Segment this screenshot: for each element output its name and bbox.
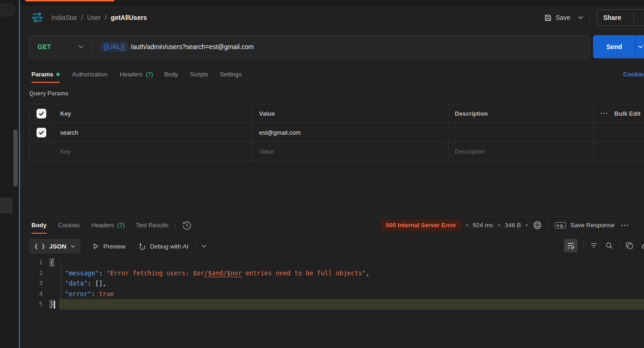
request-title[interactable]: getAllUsers: [111, 14, 147, 21]
chevron-down-icon: [638, 45, 643, 49]
tab-settings[interactable]: Settings: [220, 66, 242, 83]
request-tabs: Params Authorization Headers (7) Body Sc…: [20, 66, 644, 83]
more-options-icon[interactable]: [601, 112, 608, 115]
param-description-input[interactable]: [448, 123, 594, 142]
request-header: HTTP IndiaStat / User / getAllUsers: [20, 7, 644, 28]
select-all-checkbox[interactable]: [37, 109, 46, 118]
response-tab-headers[interactable]: Headers (7): [91, 217, 124, 234]
tab-body-label: Body: [164, 71, 178, 78]
response-tabs-divider: [175, 221, 175, 230]
save-response-button[interactable]: Save Response: [570, 222, 614, 229]
share-button[interactable]: Share: [597, 9, 644, 26]
preview-button[interactable]: Preview: [93, 243, 125, 250]
tab-scripts[interactable]: Scripts: [190, 66, 209, 83]
tab-headers[interactable]: Headers (7): [120, 66, 153, 83]
param-value-input-placeholder[interactable]: Value: [253, 142, 448, 161]
param-value-input[interactable]: est@gmail.com: [253, 123, 448, 142]
response-body-toolbar: { } JSON Preview Debug with AI: [20, 238, 644, 254]
table-row: search est@gmail.com: [30, 123, 644, 142]
method-selector[interactable]: GET: [37, 43, 51, 50]
line-number: 1: [20, 257, 50, 268]
params-modified-dot: [56, 73, 60, 76]
bulk-edit-button[interactable]: Bulk Edit: [614, 110, 640, 117]
cookies-link[interactable]: Cookies: [623, 66, 644, 83]
network-info-button[interactable]: [533, 220, 542, 230]
wrap-text-button[interactable]: [564, 239, 577, 252]
text-cursor: [54, 301, 55, 309]
sidebar-scrollbar[interactable]: [13, 130, 18, 186]
svg-text:HTTP: HTTP: [32, 16, 43, 20]
breadcrumb: IndiaStat / User / getAllUsers: [51, 14, 147, 21]
meta-separator-dot: [526, 224, 528, 226]
tab-body[interactable]: Body: [164, 66, 178, 83]
format-selector[interactable]: { } JSON: [29, 239, 80, 254]
send-options-button[interactable]: [638, 45, 643, 49]
sidebar-partial-item: [0, 198, 12, 213]
tab-active-underline: [31, 82, 60, 83]
debug-with-ai-button[interactable]: Debug with AI: [138, 242, 188, 250]
toolbar-divider: [195, 242, 195, 250]
response-tab-test-results[interactable]: Test Results: [136, 217, 169, 234]
sidebar-partial-widget: [0, 4, 15, 16]
status-badge[interactable]: 500 Internal Server Error: [381, 219, 461, 231]
headers-count: (7): [146, 71, 153, 78]
response-size[interactable]: 346 B: [505, 222, 521, 229]
column-header-key: Key: [54, 104, 253, 123]
send-button-group: Send: [593, 35, 644, 58]
url-variable-chip[interactable]: {{URL}}: [101, 42, 128, 51]
row-checkbox[interactable]: [37, 128, 46, 137]
url-input[interactable]: {{URL}} /auth/admin/users?search=est@gma…: [101, 42, 254, 51]
toolbar-more-button[interactable]: [201, 244, 207, 248]
chevron-down-icon: [70, 245, 75, 248]
link-button[interactable]: [641, 242, 644, 249]
send-divider: [635, 35, 636, 58]
response-header: Body Cookies Headers (7) Test Results: [20, 216, 644, 234]
save-button[interactable]: Save: [544, 14, 570, 22]
copy-button[interactable]: [625, 242, 633, 249]
query-params-table: Key Value Description Bulk Edit search e…: [29, 104, 644, 162]
matching-brace: {: [50, 259, 54, 266]
json-value: [],: [95, 280, 106, 287]
line-number: 2: [20, 268, 50, 279]
param-key-input[interactable]: search: [54, 123, 253, 142]
column-header-value: Value: [253, 104, 448, 123]
example-icon: e.g.: [555, 222, 566, 229]
tab-params[interactable]: Params: [31, 66, 60, 83]
matching-brace: }: [50, 300, 54, 308]
filter-button[interactable]: [590, 242, 598, 249]
response-tab-cookies[interactable]: Cookies: [58, 217, 80, 234]
meta-divider: [548, 221, 549, 230]
search-icon: [605, 242, 613, 249]
history-button[interactable]: [182, 220, 192, 230]
response-more-options-button[interactable]: [621, 224, 628, 227]
globe-icon: [533, 220, 542, 230]
send-button[interactable]: Send: [593, 43, 635, 50]
breadcrumb-collection[interactable]: IndiaStat: [51, 14, 77, 21]
controls-divider: [619, 242, 619, 250]
json-string-underlined: /$and/$nor: [204, 269, 242, 277]
response-body-editor[interactable]: 1 { 2 "message": "Error fetching users: …: [20, 257, 644, 348]
row-check-cell: [30, 142, 54, 161]
history-clock-icon: [182, 220, 192, 230]
tab-authorization[interactable]: Authorization: [72, 66, 107, 83]
response-tab-body[interactable]: Body: [31, 217, 47, 234]
chevron-down-icon: [201, 244, 207, 248]
method-chevron-icon[interactable]: [78, 45, 84, 49]
tab-authorization-label: Authorization: [72, 71, 107, 78]
header-divider: [590, 12, 590, 23]
param-description-input-placeholder[interactable]: Description: [448, 142, 594, 161]
save-options-button[interactable]: [578, 16, 583, 19]
breadcrumb-folder[interactable]: User: [87, 14, 101, 21]
json-key: "error": [65, 290, 92, 298]
filter-icon: [590, 242, 598, 249]
param-key-input-placeholder[interactable]: Key: [54, 142, 253, 161]
code-line-1: 1 {: [20, 257, 644, 268]
json-string: entries need to be full objects": [242, 269, 366, 277]
response-time[interactable]: 924 ms: [473, 222, 493, 229]
braces-icon: { }: [34, 243, 45, 250]
url-bar: GET {{URL}} /auth/admin/users?search=est…: [29, 35, 589, 58]
format-label: JSON: [49, 243, 66, 250]
table-header-row: Key Value Description Bulk Edit: [30, 104, 644, 123]
save-icon: [544, 14, 552, 22]
search-button[interactable]: [605, 242, 613, 249]
